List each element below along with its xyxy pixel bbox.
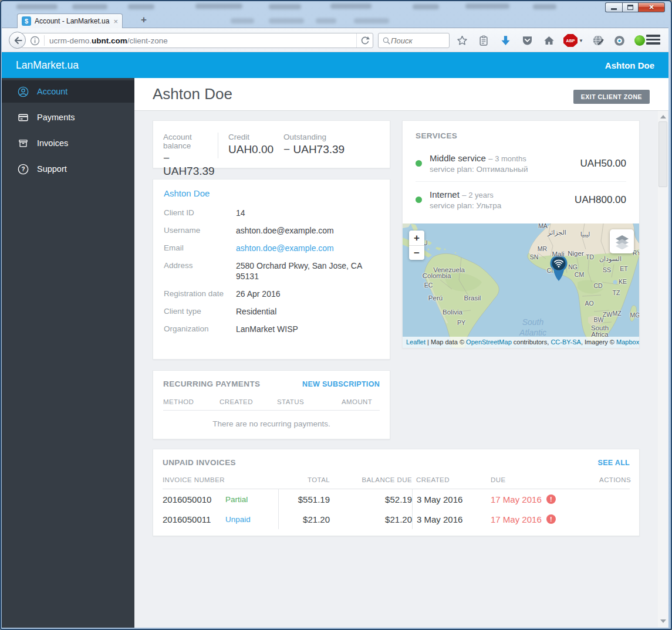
glass-blur-artifact: [330, 4, 372, 9]
client-info-label: Client ID: [164, 208, 236, 218]
glass-blur-artifact: [413, 4, 439, 9]
invoice-total: $21.20: [278, 509, 330, 529]
column-header: BALANCE DUE: [330, 476, 412, 483]
client-info-card: Ashton Doe Client ID 14 Username: [153, 179, 390, 360]
balance-label: Credit: [228, 133, 273, 141]
sidebar-item-payments[interactable]: Payments: [2, 106, 134, 128]
invoices-card-title: UNPAID INVOICES: [163, 458, 236, 467]
client-info-value: ashton.doe@example.com: [236, 243, 379, 253]
bookmark-star-icon[interactable]: [455, 33, 469, 48]
invoice-row[interactable]: 2016050010 Partial $551.19 $52.19 3 May …: [163, 489, 630, 509]
site-info-icon[interactable]: [30, 36, 40, 46]
client-info-value: Residential: [236, 306, 379, 317]
layers-icon: [614, 234, 630, 249]
client-info-value: ashton.doe@example.com: [236, 225, 379, 236]
unpaid-invoices-card: UNPAID INVOICES SEE ALL INVOICE NUMBER T…: [153, 449, 640, 536]
search-input[interactable]: [391, 36, 438, 45]
privacy-extension-icon[interactable]: [613, 33, 627, 48]
glass-blur-artifact: [72, 4, 107, 9]
location-map[interactable]: MAالجزائرليبيامصرCUMRRYMaliNigerSNTDالسو…: [403, 223, 639, 348]
url-bar[interactable]: ucrm-demo.ubnt.com/client-zone: [21, 33, 373, 48]
page-scrollbar[interactable]: [658, 111, 668, 627]
map-attribution-part[interactable]: Leaflet: [406, 338, 426, 346]
balance-value: − UAH73.39: [163, 152, 218, 178]
tab-title: Account - LanMarket.ua: [35, 17, 111, 25]
client-info-value: 2580 Orchard Pkwy, San Jose, CA 95131: [236, 260, 379, 282]
balance-card: Account balance − UAH73.39 Credit UAH0.0…: [153, 120, 390, 168]
invoice-balance-due: $21.20: [330, 514, 412, 524]
maximize-button[interactable]: [622, 2, 639, 12]
new-tab-button[interactable]: +: [141, 14, 147, 26]
minimize-button[interactable]: [605, 2, 622, 12]
exit-client-zone-button[interactable]: EXIT CLIENT ZONE: [573, 90, 650, 104]
invoice-number: 2016050011: [163, 514, 224, 524]
header-user-name[interactable]: Ashton Doe: [605, 60, 654, 70]
new-subscription-link[interactable]: NEW SUBSCRIPTION: [302, 380, 380, 388]
map-attribution-part[interactable]: , Imagery ©: [581, 338, 616, 346]
page-header: Ashton Doe EXIT CLIENT ZONE: [134, 78, 668, 111]
hamburger-menu-button[interactable]: [646, 35, 660, 45]
close-button[interactable]: ✕: [639, 2, 665, 12]
map-zoom-out-button[interactable]: −: [409, 245, 424, 260]
scrollbar-down-arrow[interactable]: [660, 619, 666, 623]
balance-value: UAH0.00: [228, 143, 273, 156]
map-marker-pin: [551, 256, 566, 281]
app-viewport: LanMarket.ua Ashton Doe Account Payments…: [2, 52, 668, 628]
browser-tab[interactable]: $ Account - LanMarket.ua ×: [17, 13, 123, 28]
see-all-link[interactable]: SEE ALL: [598, 459, 630, 467]
map-attribution-part[interactable]: Mapbox: [616, 338, 639, 346]
svg-text:?: ?: [21, 166, 25, 172]
invoices-table-body: 2016050010 Partial $551.19 $52.19 3 May …: [163, 489, 630, 529]
glass-blur-artifact: [128, 4, 154, 9]
glass-blur-artifact: [195, 4, 242, 9]
clipboard-icon[interactable]: [477, 33, 491, 48]
brand-logo[interactable]: LanMarket.ua: [16, 59, 79, 72]
client-info-row: Client type Residential: [164, 306, 379, 317]
toolbar-icons: ABP ▼: [455, 28, 645, 53]
sidebar-item-label: Payments: [37, 113, 75, 122]
map-attribution-part[interactable]: CC-BY-SA: [551, 338, 581, 346]
service-item[interactable]: Internet – 2 years service plan: Ультра …: [416, 181, 626, 218]
column-header: TOTAL: [278, 476, 330, 483]
invoices-table-header: INVOICE NUMBER TOTAL BALANCE DUE CREATED…: [163, 476, 630, 489]
map-zoom-in-button[interactable]: +: [409, 231, 424, 245]
client-name-link[interactable]: Ashton Doe: [164, 188, 379, 198]
due-date-text: 17 May 2016: [491, 494, 542, 504]
map-attribution-part[interactable]: | Map data ©: [426, 338, 466, 346]
tab-close-icon[interactable]: ×: [113, 17, 118, 26]
home-icon[interactable]: [542, 33, 556, 48]
invoice-row[interactable]: 2016050011 Unpaid $21.20 $21.20 3 May 20…: [163, 509, 630, 529]
page-title: Ashton Doe: [153, 85, 232, 103]
reload-button[interactable]: [356, 33, 373, 48]
sidebar-item-label: Account: [37, 87, 67, 96]
pocket-icon[interactable]: [520, 33, 534, 48]
recurring-payments-card: RECURRING PAYMENTS NEW SUBSCRIPTION METH…: [153, 370, 390, 439]
balance-value: − UAH73.39: [283, 143, 345, 156]
client-info-label: Registration date: [164, 289, 236, 299]
column-header: AMOUNT: [342, 398, 380, 405]
download-icon[interactable]: [498, 33, 512, 48]
service-plan: service plan: Ультра: [430, 201, 501, 210]
divider: [44, 35, 45, 46]
service-name: Middle service: [430, 153, 486, 163]
map-attribution-part[interactable]: OpenStreetMap: [466, 338, 512, 346]
column-header: CREATED: [220, 398, 277, 405]
back-button[interactable]: [9, 32, 26, 49]
adblock-plus-button[interactable]: ABP ▼: [563, 34, 583, 47]
scrollbar-up-arrow[interactable]: [660, 115, 666, 118]
glass-blur-artifact: [231, 18, 254, 23]
client-info-label: Username: [164, 225, 236, 236]
sidebar-item-support[interactable]: ? Support: [2, 158, 134, 180]
sidebar-item-account[interactable]: Account: [2, 80, 134, 103]
service-name: Internet: [430, 189, 460, 199]
scrollbar-thumb[interactable]: [659, 121, 667, 187]
map-layers-button[interactable]: [610, 229, 634, 253]
service-item[interactable]: Middle service – 3 months service plan: …: [416, 145, 626, 181]
map-attribution-part[interactable]: contributors,: [512, 338, 551, 346]
search-bar[interactable]: [378, 33, 450, 48]
sidebar-item-invoices[interactable]: Invoices: [2, 132, 134, 154]
translate-extension-icon[interactable]: [591, 33, 605, 48]
status-extension-icon[interactable]: [634, 35, 645, 46]
adblock-plus-icon: ABP: [563, 34, 578, 47]
map-attribution: Leaflet | Map data © OpenStreetMap contr…: [403, 337, 639, 348]
